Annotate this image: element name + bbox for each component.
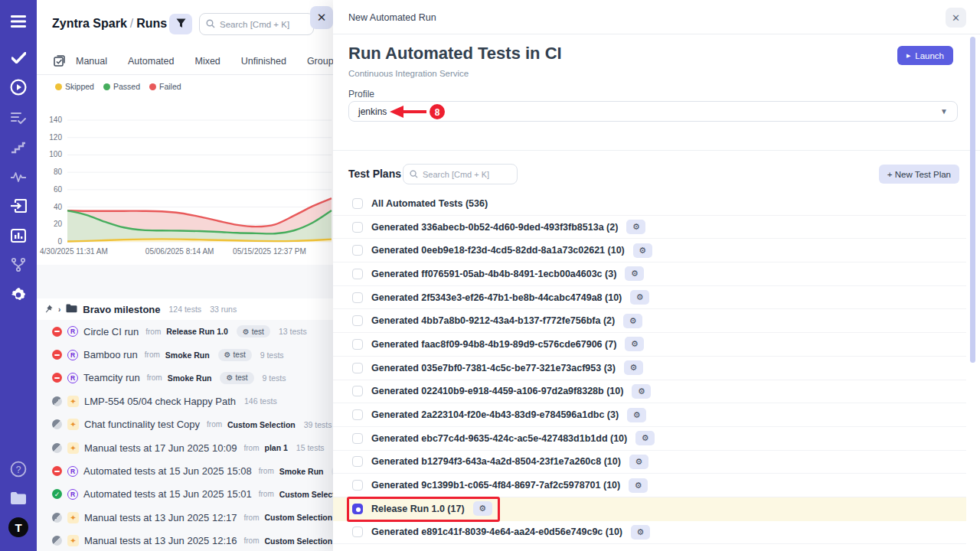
run-row[interactable]: RCircle CI runfromRelease Run 1.0⚙test13… bbox=[37, 320, 333, 343]
branches-icon[interactable] bbox=[0, 255, 37, 275]
test-plan-label[interactable]: Generated b12794f3-643a-4a2d-8504-23f1e7… bbox=[371, 456, 621, 467]
test-plan-row[interactable]: All Automated Tests (536) bbox=[333, 192, 966, 216]
run-source-plan[interactable]: plan 1 bbox=[264, 443, 287, 452]
run-source-plan[interactable]: Custom Selection bbox=[264, 513, 332, 522]
test-plan-row[interactable]: Generated 035e7bf0-7381-4c5c-be77-321e73… bbox=[333, 357, 966, 380]
run-group-row[interactable]: › Bravo milestone 124 tests 33 runs bbox=[37, 298, 333, 320]
test-plans-search[interactable] bbox=[403, 164, 518, 184]
run-row[interactable]: RAutomated tests at 15 Jun 2025 15:08fro… bbox=[37, 459, 333, 482]
run-title[interactable]: Circle CI run bbox=[83, 326, 139, 337]
test-plan-checkbox[interactable] bbox=[352, 480, 363, 491]
runs-panel-close-button[interactable]: ✕ bbox=[310, 6, 333, 29]
drawer-close-button[interactable]: ✕ bbox=[946, 8, 966, 28]
tab-unfinished[interactable]: Unfinished bbox=[241, 56, 286, 67]
test-plan-label[interactable]: Generated 2a223104-f20e-4b43-83d9-e78459… bbox=[371, 409, 619, 420]
test-plan-row[interactable]: Generated ebc77c4d-9635-424c-ac5e-427483… bbox=[333, 427, 966, 451]
run-source-plan[interactable]: Smoke Run bbox=[279, 467, 324, 476]
test-plan-row[interactable]: Generated e891c41f-8039-4e64-aa24-e0d56e… bbox=[333, 521, 966, 545]
test-plan-settings-gear-button[interactable]: ⚙ bbox=[629, 478, 648, 493]
test-plan-label[interactable]: Generated 022410b9-e918-4459-a106-97d2a9… bbox=[371, 386, 623, 396]
chevron-right-icon[interactable]: › bbox=[58, 305, 60, 314]
run-title[interactable]: Bamboo run bbox=[83, 349, 138, 360]
test-plan-row[interactable]: Generated ff076591-05ab-4b4b-8491-1ecb00… bbox=[333, 262, 966, 286]
test-plan-row[interactable]: Generated 4bb7a8b0-9212-43a4-b137-f772fe… bbox=[333, 309, 966, 333]
run-source-plan[interactable]: Custom Selection bbox=[227, 420, 296, 429]
test-plan-row[interactable]: Generated 0eeb9e18-f23d-4cd5-82dd-8a1a73… bbox=[333, 239, 966, 262]
test-plan-label[interactable]: Generated ff076591-05ab-4b4b-8491-1ecb00… bbox=[371, 269, 616, 279]
import-icon[interactable] bbox=[0, 196, 37, 216]
test-plan-label[interactable]: Generated ebc77c4d-9635-424c-ac5e-427483… bbox=[371, 433, 627, 444]
test-plan-row[interactable]: Release Run 1.0 (17)⚙ bbox=[333, 497, 966, 521]
test-plan-checkbox[interactable] bbox=[352, 527, 363, 537]
test-plan-row[interactable]: Generated 2f5343e3-ef26-47b1-be8b-44cabc… bbox=[333, 286, 966, 310]
run-title[interactable]: LMP-554 05/04 check Happy Path bbox=[84, 396, 236, 407]
test-plan-settings-gear-button[interactable]: ⚙ bbox=[627, 408, 646, 422]
filter-button[interactable] bbox=[169, 14, 192, 34]
test-plan-row[interactable]: Generated 336abecb-0b52-4d60-9ded-493f3f… bbox=[333, 216, 966, 240]
test-plan-checkbox[interactable] bbox=[352, 292, 363, 303]
run-title[interactable]: Manual tests at 13 Jun 2025 12:16 bbox=[84, 535, 237, 546]
runs-play-icon[interactable] bbox=[0, 77, 37, 97]
run-row[interactable]: RTeamcity runfromSmoke Run⚙test9 tests bbox=[37, 367, 333, 390]
tab-automated[interactable]: Automated bbox=[128, 56, 174, 67]
test-plan-row[interactable]: Generated 2a223104-f20e-4b43-83d9-e78459… bbox=[333, 403, 966, 427]
test-plan-checkbox[interactable] bbox=[352, 409, 363, 420]
tab-mixed[interactable]: Mixed bbox=[194, 56, 220, 67]
runs-search[interactable] bbox=[199, 13, 314, 35]
run-source-plan[interactable]: Custom Selection bbox=[279, 490, 333, 499]
test-plan-row[interactable]: Generated faac8f09-94b8-4b19-89d9-c576cd… bbox=[333, 333, 966, 357]
profile-select[interactable]: jenkins ▼ bbox=[348, 101, 958, 122]
test-plan-label[interactable]: Generated 0eeb9e18-f23d-4cd5-82dd-8a1a73… bbox=[371, 245, 625, 256]
tests-check-icon[interactable] bbox=[0, 47, 37, 67]
run-title[interactable]: Chat functinality test Copy bbox=[84, 419, 200, 430]
test-plan-settings-gear-button[interactable]: ⚙ bbox=[633, 243, 652, 258]
run-row[interactable]: ✦LMP-554 05/04 check Happy Path146 tests bbox=[37, 390, 333, 412]
test-plan-row[interactable]: Generated 022410b9-e918-4459-a106-97d2a9… bbox=[333, 380, 966, 404]
test-plan-checkbox[interactable] bbox=[352, 198, 363, 209]
test-plan-label[interactable]: Generated 035e7bf0-7381-4c5c-be77-321e73… bbox=[371, 363, 616, 373]
new-test-plan-button[interactable]: + New Test Plan bbox=[879, 165, 959, 184]
test-plan-label[interactable]: Generated 2f5343e3-ef26-47b1-be8b-44cabc… bbox=[371, 292, 622, 303]
test-plan-label[interactable]: Release Run 1.0 (17) bbox=[371, 504, 465, 514]
run-title[interactable]: Manual tests at 13 Jun 2025 12:17 bbox=[84, 512, 237, 523]
test-plan-settings-gear-button[interactable]: ⚙ bbox=[635, 431, 655, 445]
test-plan-checkbox[interactable] bbox=[352, 456, 363, 467]
test-plan-settings-gear-button[interactable]: ⚙ bbox=[630, 290, 649, 305]
runs-search-input[interactable] bbox=[220, 20, 304, 29]
test-plan-label[interactable]: Generated 9c1399b1-c065-4f84-8697-7af2c5… bbox=[371, 480, 620, 491]
test-plan-checkbox[interactable] bbox=[352, 433, 363, 444]
group-name[interactable]: Bravo milestone bbox=[83, 304, 160, 315]
test-plan-settings-gear-button[interactable]: ⚙ bbox=[626, 220, 645, 234]
test-plan-row[interactable]: Generated 9c1399b1-c065-4f84-8697-7af2c5… bbox=[333, 474, 966, 497]
test-plan-settings-gear-button[interactable]: ⚙ bbox=[625, 266, 644, 281]
run-title[interactable]: Manual tests at 17 Jun 2025 10:09 bbox=[84, 442, 237, 454]
run-source-plan[interactable]: Smoke Run bbox=[165, 350, 210, 360]
run-row[interactable]: RBamboo runfromSmoke Run⚙test9 tests bbox=[37, 343, 333, 366]
test-plan-settings-gear-button[interactable]: ⚙ bbox=[625, 337, 644, 351]
plans-list-icon[interactable] bbox=[0, 108, 37, 128]
test-plan-checkbox[interactable] bbox=[352, 386, 363, 396]
legend-item-passed[interactable]: Passed bbox=[103, 82, 140, 91]
test-plan-checkbox[interactable] bbox=[352, 339, 363, 350]
test-plan-settings-gear-button[interactable]: ⚙ bbox=[632, 384, 651, 399]
test-plan-settings-gear-button[interactable]: ⚙ bbox=[631, 525, 650, 540]
milestones-steps-icon[interactable] bbox=[0, 138, 37, 158]
run-title[interactable]: Automated tests at 15 Jun 2025 15:01 bbox=[83, 488, 252, 500]
test-plan-settings-gear-button[interactable]: ⚙ bbox=[473, 501, 492, 516]
run-row[interactable]: ✦Manual tests at 13 Jun 2025 12:16fromCu… bbox=[37, 530, 333, 551]
test-plan-checkbox-checked[interactable] bbox=[352, 504, 363, 514]
legend-item-skipped[interactable]: Skipped bbox=[55, 82, 94, 91]
tab-groups[interactable]: Groups bbox=[307, 56, 333, 67]
test-plan-checkbox[interactable] bbox=[352, 245, 363, 256]
run-source-plan[interactable]: Custom Selection bbox=[264, 536, 332, 546]
test-plan-label[interactable]: Generated e891c41f-8039-4e64-aa24-e0d56e… bbox=[371, 527, 622, 537]
test-plan-label[interactable]: Generated faac8f09-94b8-4b19-89d9-c576cd… bbox=[371, 339, 616, 350]
test-plan-checkbox[interactable] bbox=[352, 363, 363, 373]
test-plan-checkbox[interactable] bbox=[352, 222, 363, 233]
select-all-icon[interactable] bbox=[54, 55, 65, 67]
run-row[interactable]: ✦Chat functinality test CopyfromCustom S… bbox=[37, 413, 333, 436]
run-source-plan[interactable]: Smoke Run bbox=[168, 373, 212, 383]
run-title[interactable]: Automated tests at 15 Jun 2025 15:08 bbox=[83, 465, 252, 477]
run-source-plan[interactable]: Release Run 1.0 bbox=[166, 327, 228, 336]
test-plan-row[interactable]: Generated b12794f3-643a-4a2d-8504-23f1e7… bbox=[333, 451, 966, 474]
